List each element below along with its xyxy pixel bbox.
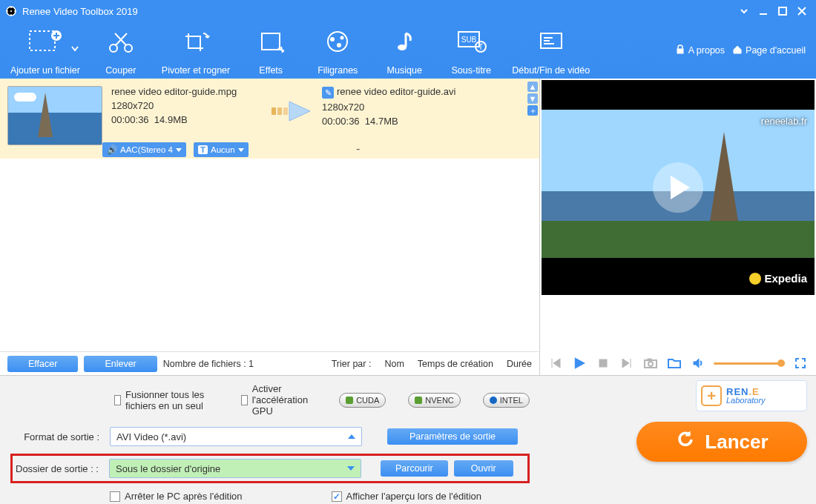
item-move-up[interactable]: ▲ — [527, 82, 538, 92]
maximize-button[interactable] — [773, 4, 792, 19]
svg-point-4 — [7, 10, 8, 12]
svg-point-28 — [648, 362, 653, 366]
svg-point-16 — [398, 44, 407, 50]
preview-after-option[interactable]: Afficher l'aperçu lors de l'édition — [332, 491, 482, 502]
volume-slider[interactable] — [714, 362, 785, 365]
checkbox-checked-icon[interactable] — [332, 491, 342, 502]
effects-button[interactable]: Effets — [237, 22, 304, 79]
encoder-nvenc-badge: NVENC — [408, 393, 461, 408]
play-icon — [671, 176, 690, 199]
source-filename: renee video editor-guide.mpg — [111, 86, 260, 97]
open-button[interactable]: Ouvrir — [454, 460, 513, 477]
fullscreen-button[interactable] — [792, 355, 809, 371]
svg-point-12 — [328, 32, 347, 51]
shutdown-option[interactable]: Arrêter le PC après l'édition — [110, 491, 243, 502]
subtitle-icon: SUBT — [449, 27, 493, 56]
app-logo-icon — [4, 4, 18, 18]
brand-plus-icon: + — [701, 385, 722, 406]
svg-rect-6 — [779, 7, 786, 15]
item-add[interactable]: ＋ — [527, 105, 538, 116]
target-size: 14.7MB — [365, 116, 398, 127]
svg-rect-24 — [277, 107, 282, 115]
play-button[interactable] — [571, 355, 588, 371]
cut-button[interactable]: Couper — [88, 22, 154, 79]
arrow-right-icon — [269, 96, 313, 126]
subtitle-button[interactable]: SUBT Sous-titre — [438, 22, 504, 79]
svg-rect-26 — [599, 359, 607, 367]
target-row-value: - — [356, 142, 360, 156]
preview-watermark-top: reneelab.fr — [761, 116, 807, 127]
dropdown-icon[interactable] — [734, 4, 754, 19]
remove-button[interactable]: Enlever — [84, 356, 157, 372]
close-button[interactable] — [792, 4, 812, 19]
item-target-info: ✎renee video editor-guide.avi 1280x720 0… — [322, 86, 485, 130]
output-format-dropdown[interactable]: AVI Video (*.avi) — [110, 427, 362, 446]
music-note-icon — [382, 27, 427, 56]
open-folder-button[interactable] — [666, 355, 682, 371]
start-end-label: Début/Fin de vidéo — [512, 65, 590, 76]
homepage-link[interactable]: Page d'accueil — [732, 44, 806, 57]
sort-created[interactable]: Temps de création — [418, 359, 493, 369]
caret-down-icon — [71, 42, 79, 55]
about-label: A propos — [688, 45, 725, 56]
add-file-button[interactable]: Ajouter un fichier — [3, 22, 88, 79]
sort-name[interactable]: Nom — [384, 359, 404, 369]
stop-button[interactable] — [595, 355, 611, 371]
sort-duration[interactable]: Durée — [507, 359, 532, 369]
source-duration: 00:00:36 — [111, 114, 149, 125]
next-track-button[interactable] — [619, 355, 635, 371]
audio-tag-dropdown[interactable]: 🔊 AAC(Stereo 4 — [102, 142, 186, 157]
output-settings-button[interactable]: Paramètres de sortie — [387, 428, 518, 445]
output-folder-dropdown[interactable]: Sous le dossier d'origine — [109, 459, 361, 478]
svg-text:SUB: SUB — [461, 36, 477, 44]
checkbox-icon[interactable] — [114, 395, 121, 405]
item-thumbnail — [7, 86, 102, 145]
music-button[interactable]: Musique — [371, 22, 438, 79]
about-link[interactable]: A propos — [675, 44, 725, 57]
folder-value: Sous le dossier d'origine — [116, 463, 220, 474]
browse-button[interactable]: Parcourir — [381, 460, 448, 477]
svg-rect-7 — [30, 31, 55, 50]
play-overlay-button[interactable] — [653, 162, 703, 213]
merge-files-option[interactable]: Fusionner tous les fichiers en un seul — [114, 389, 219, 411]
launch-label: Lancer — [705, 431, 768, 454]
snapshot-button[interactable] — [642, 355, 659, 371]
homepage-label: Page d'accueil — [746, 45, 806, 56]
svg-rect-22 — [677, 49, 683, 53]
svg-rect-29 — [648, 359, 651, 361]
brand-logo: + REN.E Laboratory — [696, 380, 807, 411]
start-end-button[interactable]: Début/Fin de vidéo — [504, 22, 597, 79]
svg-point-1 — [10, 10, 12, 12]
encoder-cuda-badge: CUDA — [339, 393, 386, 408]
watermark-label: Filigranes — [317, 65, 358, 76]
prev-track-button[interactable] — [547, 355, 564, 371]
edit-badge-icon: ✎ — [322, 87, 334, 99]
subtitle-tag-dropdown[interactable]: T Aucun — [194, 142, 249, 157]
watermark-button[interactable]: Filigranes — [304, 22, 371, 79]
speaker-icon: 🔊 — [107, 145, 117, 155]
minimize-button[interactable] — [754, 4, 773, 19]
svg-point-14 — [340, 36, 344, 40]
preview-controls — [540, 351, 816, 375]
checkbox-icon[interactable] — [110, 491, 120, 502]
home-icon — [732, 44, 743, 57]
volume-button[interactable] — [690, 355, 706, 371]
rotate-crop-button[interactable]: Pivoter et rogner — [154, 22, 237, 79]
launch-button[interactable]: Lancer — [636, 422, 807, 462]
svg-rect-11 — [262, 33, 280, 50]
file-count: Nombre de fichiers : 1 — [163, 359, 254, 369]
clear-button[interactable]: Effacer — [7, 356, 78, 372]
shutdown-label: Arrêter le PC après l'édition — [125, 491, 243, 502]
format-label: Format de sortie : — [10, 431, 104, 442]
svg-point-9 — [110, 44, 117, 52]
gpu-accel-option[interactable]: Activer l'accélération GPU — [241, 383, 317, 417]
source-size: 14.9MB — [154, 114, 188, 125]
checkbox-icon[interactable] — [241, 395, 248, 405]
subtitle-label: Sous-titre — [451, 65, 491, 76]
target-resolution: 1280x720 — [322, 102, 485, 113]
svg-point-3 — [10, 14, 12, 16]
titlebar: Renee Video Toolbox 2019 — [0, 0, 816, 22]
item-move-down[interactable]: ▼ — [527, 93, 538, 104]
video-preview[interactable]: reneelab.fr Expedia — [542, 80, 815, 295]
queue-item[interactable]: ▲ ▼ ＋ renee video editor-guide.mpg 1280x… — [0, 79, 539, 159]
